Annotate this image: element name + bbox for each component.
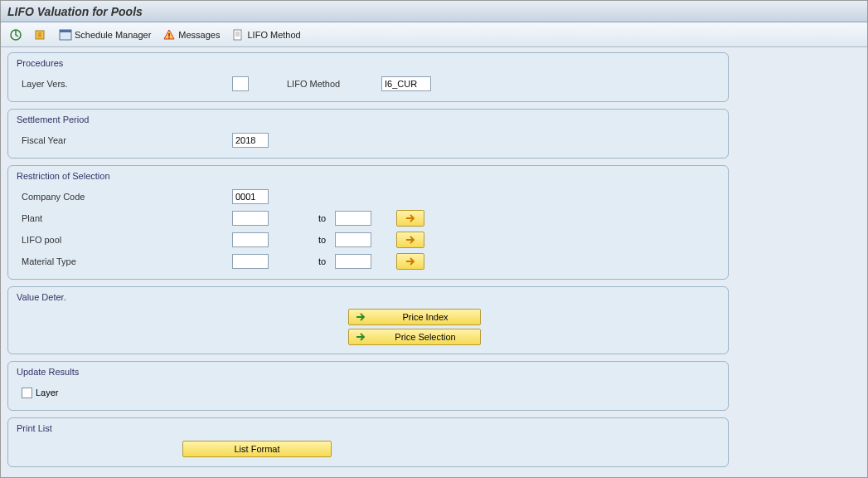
messages-icon (162, 28, 176, 41)
group-value-deter: Value Deter. Price Index Price Selection (7, 286, 729, 354)
title-bar: LIFO Valuation for Pools (1, 1, 867, 22)
plant-from-input[interactable] (232, 211, 269, 226)
plant-to-label: to (269, 213, 335, 223)
fiscal-year-input[interactable] (232, 133, 269, 148)
group-restriction-title: Restriction of Selection (17, 169, 720, 186)
lifo-method-input[interactable] (381, 76, 431, 91)
lifo-pool-multi-select-button[interactable] (396, 232, 424, 248)
price-index-label: Price Index (376, 312, 475, 322)
list-format-label: List Format (234, 444, 279, 454)
group-print-list-title: Print List (17, 422, 720, 438)
layer-checkbox[interactable] (22, 388, 32, 398)
fiscal-year-label: Fiscal Year (17, 135, 116, 145)
group-settlement-title: Settlement Period (17, 113, 720, 129)
messages-label: Messages (178, 30, 220, 40)
messages-button[interactable]: Messages (159, 27, 223, 43)
svg-rect-6 (234, 30, 241, 40)
lifo-pool-from-input[interactable] (232, 232, 269, 247)
material-type-multi-select-button[interactable] (396, 253, 424, 270)
layer-vers-label: Layer Vers. (17, 79, 116, 89)
variant-icon (34, 28, 47, 41)
group-restriction: Restriction of Selection Company Code Pl… (7, 165, 729, 280)
schedule-manager-label: Schedule Manager (75, 30, 151, 40)
arrow-right-icon (404, 255, 417, 268)
group-update-results: Update Results Layer (7, 361, 729, 411)
list-format-button[interactable]: List Format (182, 441, 332, 457)
arrow-right-green-icon (354, 310, 367, 324)
plant-label: Plant (17, 213, 116, 223)
layer-checkbox-label: Layer (36, 388, 59, 398)
group-value-deter-title: Value Deter. (17, 290, 720, 307)
group-print-list: Print List List Format (7, 417, 729, 467)
lifo-pool-to-label: to (269, 235, 335, 245)
page-title: LIFO Valuation for Pools (7, 5, 143, 18)
content-area: Procedures Layer Vers. LIFO Method Settl… (1, 47, 867, 477)
arrow-right-icon (404, 212, 417, 225)
lifo-method-icon (231, 28, 245, 41)
material-type-label: Material Type (17, 256, 116, 266)
plant-multi-select-button[interactable] (396, 210, 424, 227)
group-update-results-title: Update Results (17, 365, 720, 382)
material-type-to-label: to (269, 256, 335, 266)
lifo-method-field-label: LIFO Method (282, 79, 365, 89)
company-code-label: Company Code (17, 192, 116, 202)
price-selection-button[interactable]: Price Selection (348, 329, 481, 345)
material-type-to-input[interactable] (335, 254, 371, 269)
plant-to-input[interactable] (335, 211, 371, 226)
company-code-input[interactable] (232, 189, 269, 204)
schedule-manager-icon (59, 28, 72, 41)
svg-rect-3 (60, 30, 71, 32)
svg-rect-4 (168, 33, 170, 37)
execute-button[interactable] (6, 27, 26, 43)
arrow-right-icon (404, 233, 417, 246)
schedule-manager-button[interactable]: Schedule Manager (56, 27, 154, 43)
group-procedures: Procedures Layer Vers. LIFO Method (7, 52, 729, 102)
price-selection-label: Price Selection (376, 332, 475, 342)
arrow-right-green-icon (354, 330, 367, 344)
group-settlement: Settlement Period Fiscal Year (7, 109, 729, 159)
variant-button[interactable] (31, 27, 51, 43)
execute-icon (9, 28, 22, 41)
lifo-pool-to-input[interactable] (335, 232, 371, 247)
lifo-pool-label: LIFO pool (17, 235, 116, 245)
lifo-method-label: LIFO Method (247, 30, 300, 40)
price-index-button[interactable]: Price Index (348, 309, 481, 325)
material-type-from-input[interactable] (232, 254, 269, 269)
layer-vers-input[interactable] (232, 76, 249, 91)
lifo-method-button[interactable]: LIFO Method (228, 27, 303, 43)
group-procedures-title: Procedures (17, 56, 720, 73)
toolbar: Schedule Manager Messages LIFO Method (1, 22, 867, 47)
svg-rect-5 (168, 37, 170, 39)
